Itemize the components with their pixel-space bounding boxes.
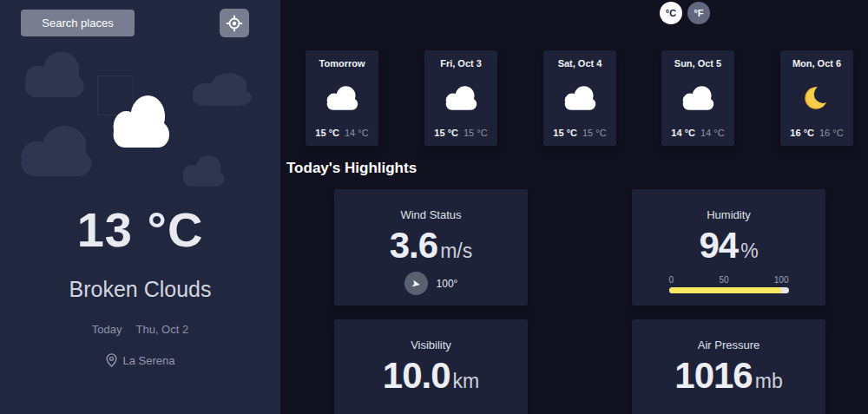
cloud-shape <box>19 50 89 99</box>
forecast-day-label: Tomorrow <box>319 58 365 69</box>
weather-app: Search places <box>0 0 868 414</box>
cloud-shape <box>187 72 256 107</box>
forecast-day-label: Fri, Oct 3 <box>440 58 482 69</box>
air-pressure-card: Air Pressure 1016 mb <box>632 319 825 414</box>
weather-condition: Broken Clouds <box>0 277 280 302</box>
card-label: Wind Status <box>400 208 461 221</box>
cloud-shape <box>179 154 227 187</box>
forecast-temps: 15 °C14 °C <box>315 128 368 138</box>
cloud-shape <box>14 124 97 178</box>
date-row: Today Thu, Oct 2 <box>0 323 280 336</box>
current-weather-cloud-icon <box>108 94 174 149</box>
main-panel: °C °F Tomorrow 15 °C14 °C Fri, Oct 3 15 … <box>280 0 868 414</box>
forecast-card: Tomorrow 15 °C14 °C <box>306 50 378 146</box>
cloud-icon <box>562 85 598 111</box>
wind-direction-row: ➤ 100° <box>404 272 458 295</box>
forecast-card: Fri, Oct 3 15 °C15 °C <box>424 50 497 146</box>
today-label: Today <box>92 323 122 336</box>
fahrenheit-button[interactable]: °F <box>687 2 710 24</box>
humidity-bar-fill <box>669 287 782 293</box>
forecast-card: Mon, Oct 6 16 °C16 °C <box>780 50 853 146</box>
wind-status-card: Wind Status 3.6 m/s ➤ 100° <box>334 189 528 306</box>
card-label: Air Pressure <box>698 338 760 352</box>
humidity-value: 94 % <box>699 225 758 266</box>
celsius-button[interactable]: °C <box>660 2 682 24</box>
cloud-illustration <box>0 45 280 191</box>
pressure-value: 1016 mb <box>674 355 782 397</box>
card-label: Visibility <box>411 338 451 352</box>
current-conditions: 13 °C Broken Clouds Today Thu, Oct 2 La … <box>0 201 280 367</box>
visibility-card: Visibility 10.0 km <box>334 319 528 414</box>
forecast-temps: 16 °C16 °C <box>790 128 843 138</box>
forecast-day-label: Sun, Oct 5 <box>674 58 721 69</box>
location-name: La Serena <box>123 354 175 367</box>
location-pin-icon <box>106 353 117 367</box>
search-places-button[interactable]: Search places <box>21 10 135 36</box>
moon-icon <box>799 85 835 111</box>
humidity-scale: 0 50 100 <box>669 275 789 285</box>
locate-button[interactable] <box>220 9 249 37</box>
forecast-temps: 15 °C15 °C <box>434 128 487 138</box>
forecast-card: Sun, Oct 5 14 °C14 °C <box>661 50 734 146</box>
humidity-bar-track <box>669 287 789 293</box>
current-temperature: 13 °C <box>0 201 280 258</box>
forecast-temps: 15 °C15 °C <box>553 128 606 138</box>
gps-locate-icon <box>225 14 244 33</box>
highlights-title: Today's Highlights <box>286 160 417 177</box>
wind-direction-value: 100° <box>437 278 458 290</box>
forecast-day-label: Mon, Oct 6 <box>792 58 841 69</box>
forecast-temps: 14 °C14 °C <box>671 128 724 138</box>
wind-direction-icon: ➤ <box>404 272 428 295</box>
sidebar: Search places <box>0 0 280 414</box>
card-label: Humidity <box>707 208 751 221</box>
visibility-value: 10.0 km <box>383 355 479 397</box>
current-date: Thu, Oct 2 <box>136 323 189 336</box>
wind-value: 3.6 m/s <box>390 225 472 266</box>
cloud-icon <box>680 85 716 111</box>
humidity-card: Humidity 94 % 0 50 100 <box>632 189 825 306</box>
forecast-day-label: Sat, Oct 4 <box>558 58 602 69</box>
cloud-icon <box>324 85 360 111</box>
unit-toggle: °C °F <box>660 2 710 24</box>
cloud-icon <box>443 85 479 111</box>
forecast-card: Sat, Oct 4 15 °C15 °C <box>543 50 616 146</box>
location-row: La Serena <box>0 353 280 367</box>
